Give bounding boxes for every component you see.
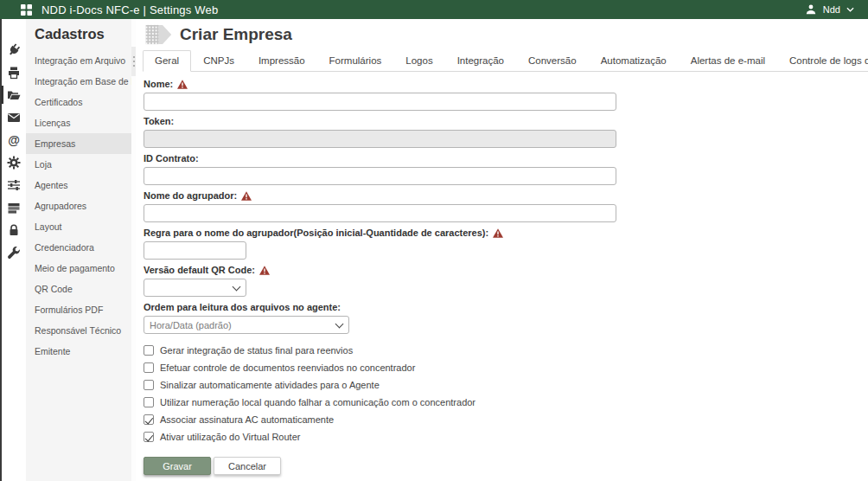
save-button[interactable]: Gravar (144, 457, 211, 475)
field-label-versao-default-qr-code: Versão default QR Code: (144, 265, 868, 275)
splitter-grip-icon (131, 47, 136, 76)
envelope-icon[interactable] (7, 110, 22, 125)
checkbox-utilizar-numeracao-local-quando-falhar-a-comunicacao-com-o-concentrador[interactable]: Utilizar numeração local quando falhar a… (144, 397, 868, 407)
field-label-nome-do-agrupador: Nome do agrupador: (144, 190, 868, 201)
tab-formularios[interactable]: Formulários (317, 50, 394, 72)
tab-bar: GeralCNPJsImpressãoFormuláriosLogosInteg… (143, 50, 868, 72)
tab-automatizacao[interactable]: Automatização (589, 50, 679, 72)
options-checkbox-list: Gerar integração de status final para re… (144, 345, 868, 442)
checkbox-label: Sinalizar automaticamente atividades par… (160, 380, 380, 390)
checkbox-unchecked-icon[interactable] (144, 345, 154, 356)
sliders-icon[interactable] (7, 177, 22, 192)
checkbox-label: Gerar integração de status final para re… (160, 345, 353, 356)
sidebar-item-meio-de-pagamento[interactable]: Meio de pagamento (26, 258, 131, 279)
wrench-icon[interactable] (7, 245, 22, 260)
field-label-token: Token: (144, 116, 868, 126)
main-content: Criar Empresa GeralCNPJsImpressãoFormulá… (136, 19, 868, 481)
user-icon (805, 3, 817, 16)
lock-icon[interactable] (7, 222, 22, 237)
required-warning-icon (177, 80, 188, 89)
checkbox-gerar-integracao-de-status-final-para-reenvios[interactable]: Gerar integração de status final para re… (144, 345, 868, 356)
checkbox-checked-icon[interactable] (144, 414, 154, 425)
required-warning-icon (259, 266, 270, 275)
sidebar-item-integracao-em-arquivo[interactable]: Integração em Arquivo (26, 50, 131, 71)
topbar: NDD i-Docs NFC-e | Settings Web Ndd (0, 0, 868, 19)
sidebar-item-formularios-pdf[interactable]: Formulários PDF (26, 299, 131, 320)
plug-icon[interactable] (7, 42, 22, 57)
sidebar-item-agentes[interactable]: Agentes (26, 175, 131, 196)
sidebar: Cadastros Integração em ArquivoIntegraçã… (26, 19, 131, 481)
user-menu[interactable]: Ndd (805, 3, 854, 16)
input-id-contrato[interactable] (144, 167, 616, 185)
checkbox-unchecked-icon[interactable] (144, 397, 154, 407)
checkbox-checked-icon[interactable] (144, 432, 154, 442)
field-label-regra-para-o-nome-do-agrupador-posicao-inicial-quantidade-de-caracteres: Regra para o nome do agrupador(Posição i… (144, 228, 868, 238)
tab-integracao[interactable]: Integração (445, 50, 516, 72)
sidebar-item-responsavel-tecnico[interactable]: Responsável Técnico (26, 320, 131, 341)
tab-logos[interactable]: Logos (393, 50, 444, 72)
sidebar-item-loja[interactable]: Loja (26, 154, 131, 175)
sidebar-item-agrupadores[interactable]: Agrupadores (26, 196, 131, 216)
tab-cnpjs[interactable]: CNPJs (191, 50, 246, 72)
input-nome[interactable] (144, 93, 616, 111)
folder-open-icon[interactable] (7, 87, 22, 102)
checkbox-unchecked-icon[interactable] (144, 380, 154, 390)
select-versao-default-qr-code[interactable] (144, 279, 246, 297)
stack-icon[interactable] (7, 200, 22, 215)
checkbox-sinalizar-automaticamente-atividades-para-o-agente[interactable]: Sinalizar automaticamente atividades par… (144, 380, 868, 390)
page-title: Criar Empresa (180, 25, 292, 44)
checkbox-label: Efetuar controle de documentos reenviado… (160, 362, 415, 373)
field-label-ordem-para-leitura-dos-arquivos-no-agente: Ordem para leitura dos arquivos no agent… (144, 302, 868, 312)
cancel-button[interactable]: Cancelar (214, 457, 281, 475)
sidebar-item-empresas[interactable]: Empresas (26, 133, 131, 154)
select-ordem-para-leitura-dos-arquivos-no-agente[interactable]: Hora/Data (padrão) (144, 316, 349, 334)
tab-controle-de-logs-dos-agentes[interactable]: Controle de logs dos agentes (777, 50, 868, 72)
checkbox-efetuar-controle-de-documentos-reenviados-no-concentrador[interactable]: Efetuar controle de documentos reenviado… (144, 362, 868, 373)
gear-icon[interactable] (7, 155, 22, 170)
sidebar-item-integracao-em-base-de-dados[interactable]: Integração em Base de Dados (26, 71, 131, 92)
field-label-id-contrato: ID Contrato: (144, 153, 868, 164)
checkbox-associar-assinatura-ac-automaticamente[interactable]: Associar assinatura AC automaticamente (144, 414, 868, 425)
checkbox-label: Associar assinatura AC automaticamente (160, 414, 334, 425)
sidebar-item-certificados[interactable]: Certificados (26, 92, 131, 112)
required-warning-icon (493, 228, 503, 238)
user-name: Ndd (823, 4, 840, 15)
general-form: Nome:Token:ID Contrato:Nome do agrupador… (144, 79, 868, 334)
checkbox-label: Utilizar numeração local quando falhar a… (160, 397, 475, 407)
tab-alertas-de-e-mail[interactable]: Alertas de e-mail (679, 50, 777, 72)
checkbox-ativar-utilizacao-do-virtual-router[interactable]: Ativar utilização do Virtual Router (144, 432, 868, 442)
checkbox-label: Ativar utilização do Virtual Router (160, 432, 300, 442)
building-icon (142, 22, 174, 47)
sidebar-item-credenciadora[interactable]: Credenciadora (26, 237, 131, 258)
required-warning-icon (241, 191, 252, 201)
input-regra-para-o-nome-do-agrupador-posicao-inicial-quantidade-de-caracteres[interactable] (144, 241, 246, 260)
sidebar-heading: Cadastros (26, 24, 131, 50)
app-window: NDD i-Docs NFC-e | Settings Web Ndd @ Ca… (0, 0, 868, 481)
tab-impressao[interactable]: Impressão (246, 50, 317, 72)
chevron-down-icon (846, 7, 854, 12)
sidebar-item-licencas[interactable]: Licenças (26, 112, 131, 133)
tab-conversao[interactable]: Conversão (516, 50, 589, 72)
svg-text:@: @ (8, 133, 20, 147)
at-icon[interactable]: @ (7, 132, 22, 147)
sidebar-item-qr-code[interactable]: QR Code (26, 279, 131, 299)
input-token[interactable] (144, 130, 616, 148)
input-nome-do-agrupador[interactable] (144, 204, 616, 222)
sidebar-splitter[interactable] (131, 19, 136, 481)
tab-geral[interactable]: Geral (143, 50, 191, 72)
printer-icon[interactable] (7, 65, 22, 80)
field-label-nome: Nome: (144, 79, 868, 89)
form-actions: Gravar Cancelar (144, 457, 868, 475)
checkbox-unchecked-icon[interactable] (144, 362, 154, 373)
sidebar-item-emitente[interactable]: Emitente (26, 341, 131, 362)
apps-grid-icon[interactable] (21, 4, 32, 16)
sidebar-item-layout[interactable]: Layout (26, 216, 131, 237)
app-title: NDD i-Docs NFC-e | Settings Web (41, 3, 218, 16)
icon-sidebar: @ (2, 19, 26, 481)
